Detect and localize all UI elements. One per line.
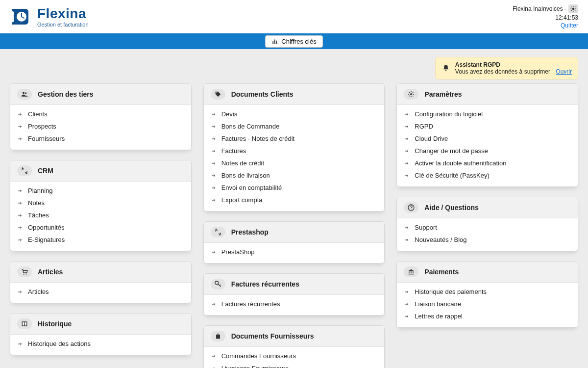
svg-line-8 [571,10,572,11]
nav-item[interactable]: Activer la double authentification [402,157,573,169]
nav-item[interactable]: Nouveautés / Blog [402,234,573,246]
header: Flexina Gestion et facturation Flexina I… [0,0,588,33]
nav-item[interactable]: Support [402,221,573,234]
nav-item-label: Historique des actions [28,340,91,347]
section-card: HistoriqueHistorique des actions [10,313,192,355]
kpi-button[interactable]: Chiffres clés [265,35,322,48]
nav-item[interactable]: Factures - Notes de crédit [209,132,380,145]
nav-item[interactable]: Historique des paiements [402,286,573,298]
arrow-right-icon [211,197,218,203]
svg-rect-30 [409,271,410,274]
nav-item-label: Factures récurrentes [221,300,280,308]
nav-item[interactable]: Fournisseurs [15,132,186,145]
arrow-right-icon [404,148,411,154]
card-title: Historique [38,320,72,328]
svg-point-27 [410,93,412,95]
notice-open-link[interactable]: Ouvrir [556,68,572,75]
nav-item[interactable]: RGPD [402,120,573,132]
nav-item[interactable]: Planning [15,184,186,197]
nav-item[interactable]: Changer de mot de passe [402,145,573,157]
nav-item-label: Opportunités [28,224,64,231]
nav-item[interactable]: Opportunités [15,221,186,234]
nav-item-label: E-Signatures [28,236,65,243]
nav-item-label: Prospects [28,123,56,130]
nav-item-label: Envoi en comptabilité [221,184,282,191]
nav-item[interactable]: Commandes Fournisseurs [209,350,380,362]
arrow-right-icon [211,124,218,130]
nav-item-label: Factures [221,147,246,155]
section-card: Factures récurrentesFactures récurrentes [203,273,385,315]
crm-icon [211,227,225,237]
card-title: Paramètres [424,90,462,98]
nav-item[interactable]: Factures [209,145,380,157]
nav-item-label: PrestaShop [221,248,255,256]
svg-point-23 [216,92,217,93]
nav-item[interactable]: Prospects [15,120,186,132]
section-card: PrestashopPrestaShop [203,221,385,263]
nav-item[interactable]: Clients [15,108,186,120]
nav-item-label: Livraisons Fournisseurs [221,365,289,368]
bar-chart-icon [271,38,278,45]
kpi-label: Chiffres clés [281,38,316,45]
card-header: Gestion des tiers [10,84,191,105]
nav-item[interactable]: Bons de Commande [209,120,380,132]
bell-icon [441,64,450,73]
nav-item[interactable]: Notes [15,197,186,209]
quit-link[interactable]: Quitter [561,22,578,29]
nav-item-label: Clé de Sécurité (PassKey) [415,172,489,179]
svg-point-24 [215,229,217,230]
nav-item[interactable]: Liaison bancaire [402,298,573,310]
nav-item[interactable]: Clé de Sécurité (PassKey) [402,169,573,182]
nav-item[interactable]: Articles [15,286,186,298]
nav-item-label: Devis [221,110,238,118]
bank-icon [404,266,418,277]
arrow-right-icon [404,289,411,295]
arrow-right-icon [404,237,411,243]
section-card: PaiementsHistorique des paiementsLiaison… [396,261,578,328]
nav-item[interactable]: Devis [209,108,380,120]
card-title: Documents Fournisseurs [231,332,314,340]
nav-item[interactable]: Lettres de rappel [402,310,573,322]
section-card: Documents ClientsDevisBons de CommandeFa… [203,83,385,211]
tag-icon [211,89,225,100]
nav-item[interactable]: E-Signatures [15,234,186,246]
section-card: CRMPlanningNotesTâchesOpportunitésE-Sign… [10,160,192,251]
nav-item-label: Clients [28,110,48,118]
nav-item[interactable]: Envoi en comptabilité [209,182,380,194]
nav-item-label: Factures - Notes de crédit [221,135,295,142]
section-card: Aide / QuestionsSupportNouveautés / Blog [396,197,578,251]
nav-item[interactable]: Cloud Drive [402,132,573,145]
arrow-right-icon [404,173,411,179]
nav-item[interactable]: PrestaShop [209,246,380,258]
nav-item[interactable]: Export compta [209,194,380,206]
arrow-right-icon [17,341,24,347]
nav-item[interactable]: Configuration du logiciel [402,108,573,120]
card-header: Aide / Questions [397,197,578,218]
svg-point-15 [25,92,26,94]
logo-tagline: Gestion et facturation [37,22,89,27]
nav-item-label: Notes [28,199,45,207]
section-card: Gestion des tiersClientsProspectsFournis… [10,83,192,150]
arrow-right-icon [211,301,218,307]
nav-item-label: Commandes Fournisseurs [221,352,296,360]
svg-point-14 [23,92,24,94]
card-title: Gestion des tiers [38,90,94,98]
notice-text: Vous avez des données à supprimer [455,68,550,75]
nav-item[interactable]: Notes de crédit [209,157,380,169]
nav-item[interactable]: Livraisons Fournisseurs [209,362,380,368]
card-header: Paramètres [397,84,578,105]
arrow-right-icon [17,111,24,117]
nav-item[interactable]: Tâches [15,209,186,221]
dashboard-grid: Gestion des tiersClientsProspectsFournis… [0,83,588,368]
card-title: Prestashop [231,228,269,236]
arrow-right-icon [404,225,411,231]
card-title: Documents Clients [231,90,294,98]
nav-item-label: Lettres de rappel [415,313,463,320]
clock: 12:41:53 [513,14,578,21]
nav-item[interactable]: Historique des actions [15,338,186,350]
nav-item[interactable]: Factures récurrentes [209,298,380,310]
nav-item[interactable]: Bons de livraison [209,169,380,182]
bag-icon [211,331,225,342]
logo[interactable]: Flexina Gestion et facturation [10,6,89,27]
theme-toggle[interactable] [568,4,578,13]
